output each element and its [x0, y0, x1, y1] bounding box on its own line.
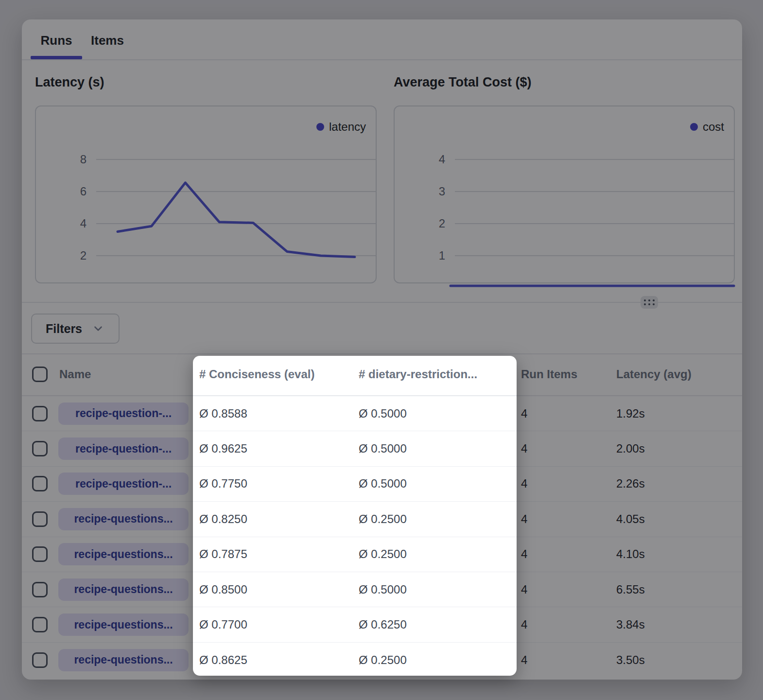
run-name-label: recipe-questions... — [74, 653, 173, 666]
run-name-badge[interactable]: recipe-question-... — [58, 472, 189, 495]
select-all-checkbox[interactable] — [32, 367, 48, 382]
latency-chart-title: Latency (s) — [35, 75, 104, 90]
run-name-badge[interactable]: recipe-questions... — [58, 508, 189, 530]
latency-value: 3.84s — [616, 618, 645, 631]
run-items-value: 4 — [521, 583, 527, 596]
row-checkbox[interactable] — [32, 406, 48, 421]
row-checkbox[interactable] — [32, 511, 48, 527]
cost-legend-label: cost — [703, 120, 724, 134]
run-name-badge[interactable]: recipe-question-... — [58, 438, 189, 460]
filters-label: Filters — [46, 322, 82, 336]
cost-chart: 4321 — [395, 106, 734, 282]
svg-text:4: 4 — [80, 217, 87, 230]
run-name-label: recipe-questions... — [74, 618, 173, 631]
run-name-badge[interactable]: recipe-questions... — [58, 613, 189, 636]
run-items-value: 4 — [521, 477, 527, 490]
run-row[interactable]: recipe-questions... Ø 0.8625 Ø 0.2500 4 … — [22, 643, 742, 678]
row-checkbox[interactable] — [32, 652, 48, 668]
row-checkbox[interactable] — [32, 582, 48, 597]
cost-chart-title: Average Total Cost ($) — [394, 75, 532, 90]
dietary-value: Ø 0.2500 — [359, 512, 407, 526]
conciseness-value: Ø 0.8500 — [199, 583, 247, 596]
resize-handle[interactable] — [641, 296, 658, 309]
cost-legend-dot-icon — [690, 123, 698, 131]
run-name-label: recipe-questions... — [74, 512, 173, 525]
run-items-value: 4 — [521, 407, 527, 420]
run-name-badge[interactable]: recipe-question-... — [58, 402, 189, 425]
run-items-value: 4 — [521, 512, 527, 526]
svg-text:1: 1 — [439, 249, 445, 262]
name-column-header: Name — [59, 368, 91, 381]
run-items-value: 4 — [521, 653, 527, 667]
latency-value: 2.00s — [616, 442, 645, 455]
svg-text:2: 2 — [439, 217, 445, 230]
dietary-value: Ø 0.2500 — [359, 653, 407, 667]
tab-bar: Runs Items — [22, 19, 742, 60]
conciseness-column-header: # Conciseness (eval) — [199, 368, 314, 381]
run-items-value: 4 — [521, 547, 527, 561]
svg-text:3: 3 — [439, 185, 445, 198]
cost-legend: cost — [690, 120, 724, 134]
table-body: recipe-question-... Ø 0.8588 Ø 0.5000 4 … — [22, 396, 742, 678]
tab-items[interactable]: Items — [91, 33, 124, 48]
latency-value: 1.92s — [616, 407, 645, 420]
chevron-down-icon — [92, 322, 104, 335]
run-name-badge[interactable]: recipe-questions... — [58, 649, 189, 671]
row-checkbox[interactable] — [32, 441, 48, 456]
svg-text:2: 2 — [80, 249, 87, 262]
svg-text:4: 4 — [439, 153, 445, 166]
run-row[interactable]: recipe-questions... Ø 0.7875 Ø 0.2500 4 … — [22, 537, 742, 572]
latency-value: 6.55s — [616, 583, 645, 596]
row-checkbox[interactable] — [32, 617, 48, 632]
grip-dots-icon — [644, 299, 655, 305]
table-header-row: Name # Conciseness (eval) # dietary-rest… — [22, 353, 742, 396]
conciseness-value: Ø 0.8588 — [199, 407, 247, 420]
run-name-badge[interactable]: recipe-questions... — [58, 543, 189, 565]
run-items-column-header: Run Items — [521, 368, 577, 381]
dietary-value: Ø 0.2500 — [359, 547, 407, 561]
runs-dashboard-card: Runs Items Latency (s) Average Total Cos… — [22, 19, 742, 680]
tab-runs[interactable]: Runs — [31, 33, 82, 48]
svg-text:8: 8 — [80, 153, 87, 166]
conciseness-value: Ø 0.8625 — [199, 653, 247, 667]
run-name-badge[interactable]: recipe-questions... — [58, 578, 189, 601]
dietary-value: Ø 0.6250 — [359, 618, 407, 631]
latency-legend-dot-icon — [316, 123, 324, 131]
latency-value: 4.10s — [616, 547, 645, 561]
conciseness-value: Ø 0.7875 — [199, 547, 247, 561]
latency-legend: latency — [316, 120, 366, 134]
page-background: { "tabs": { "runs": "Runs", "items": "It… — [0, 0, 763, 700]
run-row[interactable]: recipe-questions... Ø 0.8250 Ø 0.2500 4 … — [22, 502, 742, 537]
conciseness-value: Ø 0.8250 — [199, 512, 247, 526]
run-row[interactable]: recipe-questions... Ø 0.7700 Ø 0.6250 4 … — [22, 607, 742, 642]
latency-value: 3.50s — [616, 653, 645, 667]
row-checkbox[interactable] — [32, 546, 48, 562]
run-name-label: recipe-question-... — [75, 442, 172, 455]
run-name-label: recipe-questions... — [74, 583, 173, 596]
dietary-value: Ø 0.5000 — [359, 477, 407, 490]
dietary-value: Ø 0.5000 — [359, 583, 407, 596]
conciseness-value: Ø 0.7750 — [199, 477, 247, 490]
row-checkbox[interactable] — [32, 476, 48, 491]
latency-value: 4.05s — [616, 512, 645, 526]
run-row[interactable]: recipe-question-... Ø 0.9625 Ø 0.5000 4 … — [22, 431, 742, 466]
latency-legend-label: latency — [329, 120, 366, 134]
svg-text:6: 6 — [80, 185, 87, 198]
dietary-column-header: # dietary-restriction... — [359, 368, 477, 381]
run-name-label: recipe-question-... — [75, 407, 172, 420]
run-row[interactable]: recipe-questions... Ø 0.8500 Ø 0.5000 4 … — [22, 572, 742, 607]
run-name-label: recipe-questions... — [74, 548, 173, 561]
latency-value: 2.26s — [616, 477, 645, 490]
filters-button[interactable]: Filters — [31, 314, 120, 344]
active-tab-indicator — [31, 56, 82, 59]
cost-chart-panel: 4321 cost — [394, 105, 735, 283]
run-row[interactable]: recipe-question-... Ø 0.7750 Ø 0.5000 4 … — [22, 467, 742, 502]
charts-section-divider — [22, 302, 742, 303]
dietary-value: Ø 0.5000 — [359, 407, 407, 420]
conciseness-value: Ø 0.9625 — [199, 442, 247, 455]
dietary-value: Ø 0.5000 — [359, 442, 407, 455]
run-row[interactable]: recipe-question-... Ø 0.8588 Ø 0.5000 4 … — [22, 396, 742, 431]
latency-chart-panel: 8642 latency — [35, 105, 377, 283]
run-items-value: 4 — [521, 618, 527, 631]
latency-column-header: Latency (avg) — [616, 368, 692, 381]
